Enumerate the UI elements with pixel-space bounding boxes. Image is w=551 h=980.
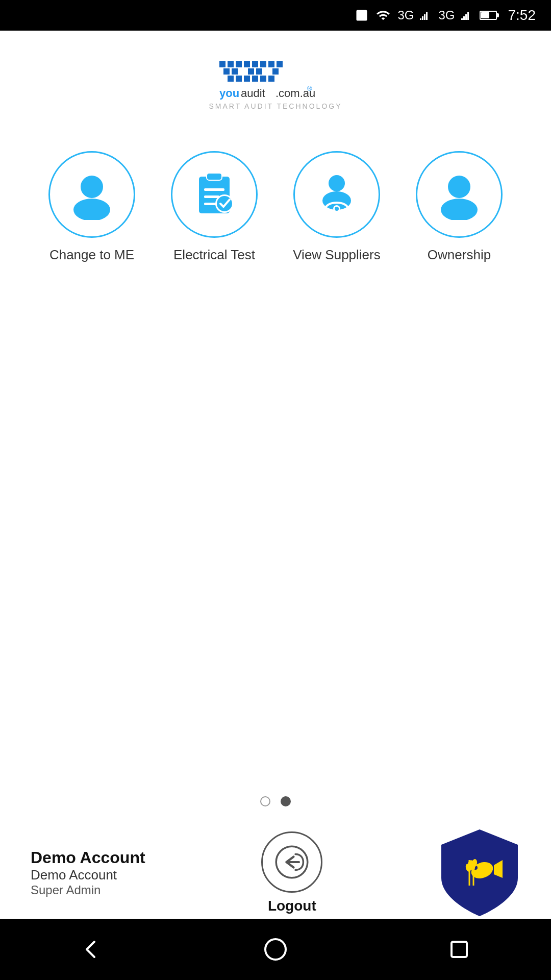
svg-rect-27 [204, 188, 224, 191]
nav-recent-button[interactable] [439, 929, 480, 970]
svg-text:audit: audit [241, 87, 265, 100]
menu-item-change-to-me[interactable]: Change to ME [41, 151, 143, 263]
menu-item-ownership[interactable]: Ownership [408, 151, 510, 263]
nav-back-button[interactable] [71, 929, 112, 970]
svg-rect-5 [260, 61, 266, 67]
svg-rect-9 [232, 68, 238, 75]
svg-rect-2 [236, 61, 242, 67]
bottom-bar: Demo Account Demo Account Super Admin Lo… [0, 827, 551, 919]
svg-rect-4 [252, 61, 258, 67]
network1-label: 3G [397, 8, 414, 22]
svg-point-32 [329, 175, 345, 191]
photo-icon [355, 8, 369, 22]
svg-point-38 [441, 199, 478, 220]
account-info: Demo Account Demo Account Super Admin [31, 848, 145, 897]
svg-rect-7 [277, 61, 283, 67]
electrical-test-label: Electrical Test [173, 247, 255, 263]
svg-rect-3 [244, 61, 250, 67]
wifi-icon [375, 8, 391, 22]
svg-rect-1 [228, 61, 234, 67]
shield-svg [439, 827, 520, 919]
logo-tagline: SMART AUDIT TECHNOLOGY [209, 102, 342, 110]
user-icon [66, 169, 117, 220]
svg-rect-11 [256, 68, 262, 75]
clipboard-check-icon [189, 169, 240, 220]
user-eye-icon [311, 169, 362, 220]
menu-item-view-suppliers[interactable]: View Suppliers [286, 151, 388, 263]
main-content: you audit .com.au ® SMART AUDIT TECHNOLO… [0, 31, 551, 919]
svg-rect-28 [204, 195, 219, 198]
account-name: Demo Account [31, 848, 145, 867]
svg-point-36 [335, 207, 339, 211]
signal2-icon [461, 8, 473, 22]
electrical-test-button[interactable] [171, 151, 258, 238]
account-role: Super Admin [31, 883, 145, 897]
logo: you audit .com.au ® [219, 61, 332, 102]
change-to-me-label: Change to ME [49, 247, 134, 263]
svg-point-37 [448, 176, 470, 198]
menu-row: Change to ME Electrical T [20, 151, 531, 263]
svg-rect-16 [252, 76, 258, 82]
svg-rect-15 [244, 76, 250, 82]
svg-rect-14 [236, 76, 242, 82]
svg-point-23 [81, 176, 103, 198]
page-dot-2[interactable] [281, 796, 291, 806]
nav-bar [0, 919, 551, 980]
svg-point-31 [217, 196, 232, 211]
logout-area[interactable]: Logout [261, 831, 322, 914]
nav-home-button[interactable] [255, 929, 296, 970]
svg-rect-26 [207, 173, 222, 180]
menu-item-electrical-test[interactable]: Electrical Test [163, 151, 265, 263]
svg-rect-6 [268, 61, 274, 67]
view-suppliers-button[interactable] [293, 151, 380, 238]
logout-button[interactable] [261, 831, 322, 893]
shield-badge [439, 827, 520, 919]
network2-label: 3G [438, 8, 455, 22]
svg-rect-18 [268, 76, 274, 82]
pagination-dots [260, 796, 291, 806]
logout-icon [274, 844, 310, 880]
svg-point-24 [73, 199, 110, 220]
svg-point-50 [265, 939, 286, 960]
svg-rect-8 [223, 68, 230, 75]
battery-icon [480, 11, 497, 20]
user-simple-icon [434, 169, 485, 220]
view-suppliers-label: View Suppliers [293, 247, 381, 263]
change-to-me-button[interactable] [48, 151, 135, 238]
signal1-icon [420, 8, 432, 22]
svg-rect-12 [272, 68, 279, 75]
ownership-label: Ownership [428, 247, 491, 263]
svg-text:you: you [219, 87, 239, 100]
svg-text:®: ® [307, 85, 312, 92]
svg-rect-13 [228, 76, 234, 82]
svg-rect-0 [219, 61, 226, 67]
ownership-button[interactable] [416, 151, 503, 238]
svg-rect-51 [452, 942, 467, 957]
logout-label: Logout [268, 898, 316, 914]
account-subname: Demo Account [31, 867, 145, 883]
time-display: 7:52 [508, 7, 536, 23]
svg-rect-10 [248, 68, 254, 75]
logo-area: you audit .com.au ® SMART AUDIT TECHNOLO… [209, 61, 342, 110]
page-dot-1[interactable] [260, 796, 270, 806]
status-bar: 3G 3G 7:52 [0, 0, 551, 31]
svg-rect-17 [260, 76, 266, 82]
bottom-area: Demo Account Demo Account Super Admin Lo… [0, 796, 551, 919]
